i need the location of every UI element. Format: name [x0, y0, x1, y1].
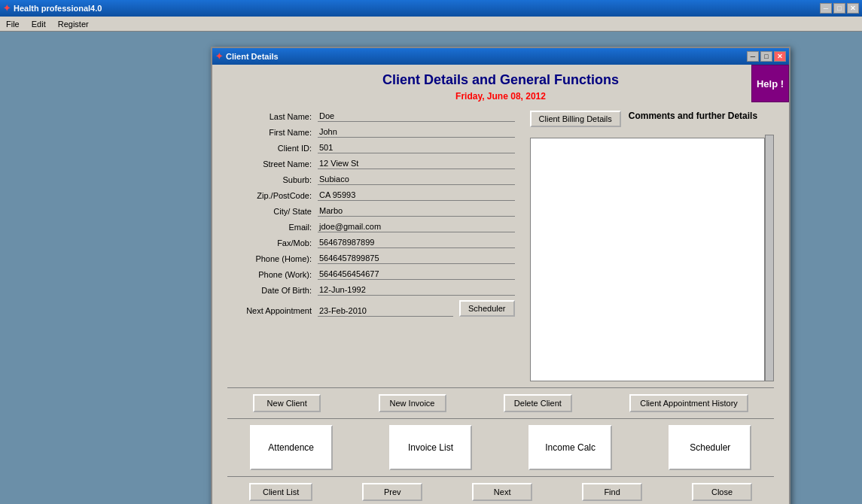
fax-value: 564678987899: [318, 237, 515, 248]
next-button[interactable]: Next: [472, 483, 532, 501]
zip-label: Zip./PostCode:: [227, 191, 318, 200]
first-name-row: First Name: John: [227, 126, 515, 138]
street-name-label: Street Name:: [227, 159, 318, 169]
main-background: ✦ Client Details ─ □ ✕ Help ! Client Det…: [0, 32, 862, 504]
menu-bar: File Edit Register: [0, 17, 862, 32]
divider-2: [227, 418, 774, 419]
minimize-btn[interactable]: ─: [820, 3, 832, 14]
app-title: Health professional4.0: [14, 4, 102, 13]
phone-work-value: 5646456454677: [318, 269, 515, 280]
city-state-label: City/ State: [227, 207, 318, 216]
dob-label: Date Of Birth:: [227, 286, 318, 295]
help-button[interactable]: Help !: [751, 65, 789, 102]
right-top-area: Client Billing Details Comments and furt…: [530, 111, 774, 132]
dialog-icon: ✦: [215, 51, 223, 62]
divider-1: [227, 387, 774, 388]
client-id-label: Client ID:: [227, 144, 318, 153]
form-section: Last Name: Doe First Name: John Client I…: [227, 111, 515, 381]
last-name-label: Last Name:: [227, 112, 318, 121]
scheduler-small-button[interactable]: Scheduler: [459, 300, 515, 317]
dob-row: Date Of Birth: 12-Jun-1992: [227, 284, 515, 296]
main-content-area: Last Name: Doe First Name: John Client I…: [227, 111, 774, 381]
dialog-content: Client Details and General Functions Fri…: [212, 65, 789, 504]
suburb-value: Subiaco: [318, 174, 515, 185]
street-name-value: 12 View St: [318, 158, 515, 169]
first-name-label: First Name:: [227, 128, 318, 137]
right-panel: Client Billing Details Comments and furt…: [530, 111, 774, 381]
page-heading: Client Details and General Functions: [227, 72, 774, 88]
client-billing-details-button[interactable]: Client Billing Details: [530, 111, 621, 127]
dialog-title-bar: ✦ Client Details ─ □ ✕: [212, 48, 789, 65]
email-value: jdoe@gmail.com: [318, 221, 515, 232]
email-row: Email: jdoe@gmail.com: [227, 221, 515, 232]
comments-heading: Comments and further Details: [629, 111, 757, 121]
scheduler-large-button[interactable]: Scheduler: [669, 425, 751, 470]
last-name-value: Doe: [318, 111, 515, 122]
title-bar-left: ✦ Health professional4.0: [3, 3, 102, 14]
menu-register[interactable]: Register: [55, 18, 92, 30]
client-details-dialog: ✦ Client Details ─ □ ✕ Help ! Client Det…: [211, 47, 790, 504]
suburb-row: Suburb: Subiaco: [227, 174, 515, 185]
zip-value: CA 95993: [318, 190, 515, 201]
new-invoice-button[interactable]: New Invoice: [379, 394, 446, 412]
close-button[interactable]: Close: [692, 483, 752, 501]
page-date: Friday, June 08, 2012: [227, 91, 774, 102]
comments-scrollbar[interactable]: [765, 135, 774, 381]
invoice-list-button[interactable]: Invoice List: [389, 425, 472, 470]
dialog-title: Client Details: [226, 52, 279, 61]
large-buttons-row: Attendence Invoice List Income Calc Sche…: [227, 425, 774, 470]
dialog-minimize-btn[interactable]: ─: [747, 51, 759, 62]
dialog-title-left: ✦ Client Details: [215, 51, 279, 62]
delete-client-button[interactable]: Delete Client: [504, 394, 572, 412]
last-name-row: Last Name: Doe: [227, 111, 515, 122]
app-title-bar: ✦ Health professional4.0 ─ □ ✕: [0, 0, 862, 17]
city-state-value: Marbo: [318, 205, 515, 217]
dialog-maximize-btn[interactable]: □: [760, 51, 772, 62]
prev-button[interactable]: Prev: [362, 483, 422, 501]
income-calc-button[interactable]: Income Calc: [528, 425, 612, 470]
client-list-button[interactable]: Client List: [249, 483, 312, 501]
client-id-row: Client ID: 501: [227, 142, 515, 153]
divider-3: [227, 476, 774, 477]
zip-row: Zip./PostCode: CA 95993: [227, 190, 515, 201]
app-icon: ✦: [3, 3, 11, 14]
next-appt-label: Next Appointment: [227, 306, 318, 315]
dob-value: 12-Jun-1992: [318, 284, 515, 296]
phone-home-label: Phone (Home):: [227, 254, 318, 263]
next-appt-row: Next Appointment 23-Feb-2010 Scheduler: [227, 300, 515, 321]
attendence-button[interactable]: Attendence: [250, 425, 333, 470]
close-btn-app[interactable]: ✕: [847, 3, 859, 14]
phone-work-row: Phone (Work): 5646456454677: [227, 269, 515, 280]
menu-file[interactable]: File: [3, 18, 23, 30]
dialog-controls: ─ □ ✕: [747, 51, 786, 62]
fax-label: Fax/Mob:: [227, 238, 318, 247]
next-appt-value: 23-Feb-2010: [318, 305, 453, 317]
find-button[interactable]: Find: [582, 483, 642, 501]
suburb-label: Suburb:: [227, 175, 318, 184]
fax-row: Fax/Mob: 564678987899: [227, 237, 515, 248]
navigation-buttons-row: Client List Prev Next Find Close: [227, 483, 774, 501]
client-id-value: 501: [318, 142, 515, 153]
comments-text-area[interactable]: [530, 138, 765, 381]
city-state-row: City/ State Marbo: [227, 205, 515, 217]
phone-home-row: Phone (Home): 5646457899875: [227, 253, 515, 264]
first-name-value: John: [318, 126, 515, 138]
phone-home-value: 5646457899875: [318, 253, 515, 264]
email-label: Email:: [227, 223, 318, 232]
client-appointment-history-button[interactable]: Client Appointment History: [629, 394, 748, 412]
dialog-close-btn[interactable]: ✕: [774, 51, 786, 62]
comments-container: [530, 135, 774, 381]
menu-edit[interactable]: Edit: [29, 18, 49, 30]
new-client-button[interactable]: New Client: [253, 394, 321, 412]
maximize-btn[interactable]: □: [833, 3, 845, 14]
title-bar-controls: ─ □ ✕: [820, 3, 859, 14]
street-name-row: Street Name: 12 View St: [227, 158, 515, 169]
phone-work-label: Phone (Work):: [227, 270, 318, 279]
action-buttons-row: New Client New Invoice Delete Client Cli…: [227, 394, 774, 412]
